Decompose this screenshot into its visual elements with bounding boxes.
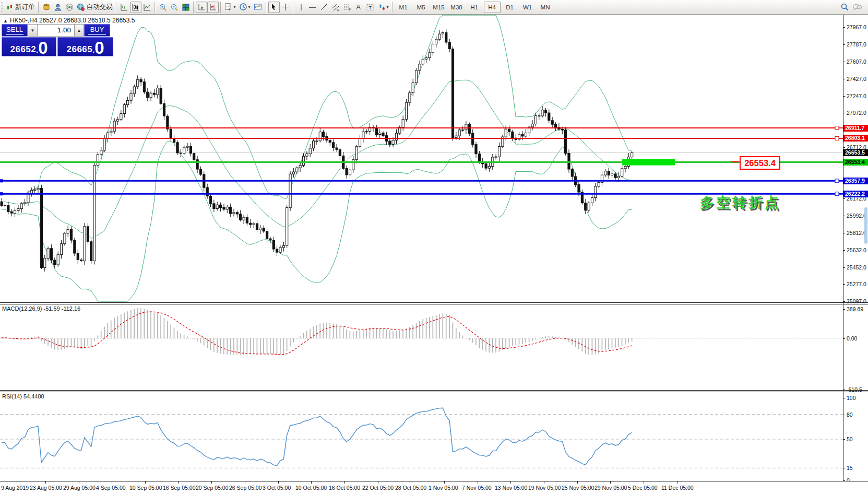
candle	[90, 242, 92, 261]
vertical-scrollbar-thumb[interactable]	[864, 207, 867, 244]
candle	[451, 49, 454, 138]
axis-tick-label: 25277.0	[847, 281, 866, 287]
tile-windows-button[interactable]	[180, 2, 192, 13]
rsi-panel[interactable]	[0, 392, 843, 481]
text-tool-button[interactable]: A	[353, 2, 364, 13]
line-handle[interactable]	[0, 192, 3, 195]
fibonacci-tool-button[interactable]: F	[341, 2, 353, 13]
crosshair-tool-button[interactable]	[280, 2, 291, 13]
candle	[157, 88, 159, 95]
volume-decrease-button[interactable]: ▼	[28, 24, 38, 37]
search-button[interactable]	[839, 2, 851, 13]
auto-scroll-button[interactable]	[196, 2, 207, 13]
line-handle[interactable]	[835, 126, 839, 130]
time-tick	[344, 481, 345, 484]
candle	[538, 116, 540, 116]
buy-price-display[interactable]: 26665.0	[57, 37, 113, 56]
axis-tick	[843, 62, 845, 62]
zoom-out-button[interactable]	[169, 2, 180, 13]
candle	[97, 155, 99, 166]
indicators-button[interactable]: ▾	[223, 2, 237, 13]
axis-tick	[843, 398, 845, 398]
bar-chart-mode-button[interactable]	[118, 2, 130, 13]
sell-button[interactable]: SELL	[2, 24, 28, 37]
line-chart-mode-button[interactable]	[141, 2, 153, 13]
axis-tick	[843, 233, 845, 233]
accounts-button[interactable]	[52, 2, 64, 13]
candle	[594, 186, 597, 198]
arrows-dropdown-arrow[interactable]: ▾	[387, 5, 389, 9]
arrows-tool-button[interactable]: ▾	[376, 2, 390, 13]
timeframe-button-W1[interactable]: W1	[519, 2, 536, 13]
periods-button[interactable]: ▾	[237, 2, 252, 13]
price-callout-box[interactable]: 26553.4	[740, 156, 780, 170]
community-button[interactable]	[851, 2, 864, 13]
auto-trading-button[interactable]: 自动交易	[75, 2, 114, 13]
line-handle[interactable]	[835, 192, 839, 196]
periods-dropdown-arrow[interactable]: ▾	[248, 5, 251, 9]
buy-button[interactable]: BUY	[84, 24, 110, 37]
time-tick	[112, 481, 112, 484]
candle	[110, 131, 112, 133]
chart-shift-button[interactable]	[207, 2, 219, 13]
candle	[130, 93, 132, 100]
highlight-zone-bar[interactable]	[622, 159, 675, 166]
axis-tick	[843, 301, 845, 302]
main-price-chart[interactable]	[0, 15, 843, 302]
time-label: 10 Oct 05:00	[295, 485, 327, 491]
indicators-icon	[224, 3, 233, 11]
line-handle[interactable]	[835, 179, 839, 183]
indicators-dropdown-arrow[interactable]: ▾	[234, 5, 236, 9]
time-tick	[311, 481, 312, 484]
horizontal-line-tool-button[interactable]	[307, 2, 318, 13]
timeframe-button-H4[interactable]: H4	[484, 2, 501, 13]
time-label: 23 Aug 05:00	[30, 485, 62, 491]
sell-price-display[interactable]: 26652.0	[2, 37, 56, 56]
buy-button-label: BUY	[90, 26, 104, 33]
new-order-button[interactable]: 新订单	[5, 2, 37, 13]
candle	[402, 119, 404, 127]
timeframe-button-M30[interactable]: M30	[448, 2, 465, 13]
chat-icon	[852, 3, 862, 11]
cursor-tool-button[interactable]	[268, 2, 280, 13]
time-tick	[45, 481, 46, 484]
bollinger-lower-band[interactable]	[2, 141, 632, 301]
label-tool-button[interactable]: T	[364, 2, 376, 13]
time-tick	[610, 481, 611, 484]
bar-chart-icon	[120, 3, 128, 11]
news-button[interactable]	[64, 2, 75, 13]
time-tick	[411, 481, 411, 484]
channel-tool-button[interactable]: E	[330, 2, 341, 13]
candlestick-mode-button[interactable]	[130, 2, 141, 13]
timeframe-button-M1[interactable]: M1	[395, 2, 412, 13]
market-watch-button[interactable]	[41, 2, 52, 13]
timeframe-button-M5[interactable]: M5	[413, 2, 430, 13]
symbol-triangle-icon: ▲	[3, 18, 8, 23]
templates-button[interactable]	[252, 2, 264, 13]
line-handle[interactable]	[0, 179, 3, 182]
candle	[365, 132, 367, 132]
price-tag-26357.9: 26357.9	[843, 178, 868, 184]
line-handle[interactable]	[835, 136, 839, 140]
zoom-in-button[interactable]	[157, 2, 169, 13]
volume-input[interactable]: 1.00	[38, 24, 74, 37]
timeframe-button-MN[interactable]: MN	[537, 2, 554, 13]
axis-tick-label: 27967.0	[847, 24, 866, 30]
volume-increase-button[interactable]: ▲	[74, 24, 84, 37]
timeframe-button-H1[interactable]: H1	[466, 2, 483, 13]
vertical-line-tool-button[interactable]	[295, 2, 307, 13]
macd-panel[interactable]	[0, 304, 843, 390]
time-label: 16 Sep 05:00	[163, 485, 195, 491]
candle	[93, 166, 96, 261]
timeframe-button-M15[interactable]: M15	[431, 2, 447, 13]
time-tick	[145, 481, 146, 484]
candle	[143, 82, 145, 92]
horizontal-line-icon	[308, 4, 316, 11]
annotation-text-cn[interactable]: 多空转折点	[700, 193, 781, 212]
toolbar-grip[interactable]	[1, 2, 3, 13]
bollinger-middle-band[interactable]	[2, 80, 632, 238]
candle	[189, 146, 192, 154]
timeframe-button-D1[interactable]: D1	[502, 2, 518, 13]
trendline-tool-button[interactable]	[318, 2, 330, 13]
zoom-out-icon	[170, 3, 179, 11]
